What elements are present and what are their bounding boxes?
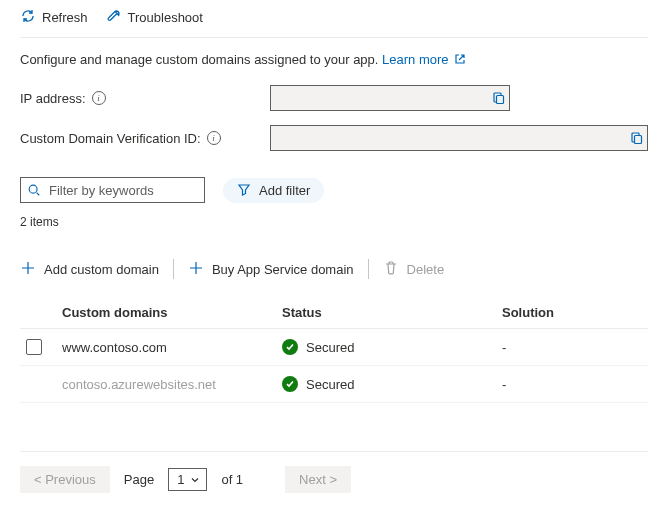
info-icon[interactable]: i	[207, 131, 221, 145]
svg-rect-0	[497, 96, 504, 104]
filter-input[interactable]	[20, 177, 205, 203]
wrench-icon	[106, 8, 122, 27]
item-count: 2 items	[20, 215, 648, 229]
add-custom-domain-button[interactable]: Add custom domain	[20, 260, 159, 279]
learn-more-link[interactable]: Learn more	[382, 52, 466, 67]
delete-button: Delete	[383, 260, 445, 279]
page-label: Page	[124, 472, 154, 487]
page-select[interactable]: 1	[168, 468, 207, 491]
refresh-label: Refresh	[42, 10, 88, 25]
copy-icon[interactable]	[630, 131, 644, 145]
copy-icon[interactable]	[492, 91, 506, 105]
refresh-button[interactable]: Refresh	[20, 8, 88, 27]
intro-text: Configure and manage custom domains assi…	[20, 52, 648, 67]
info-icon[interactable]: i	[92, 91, 106, 105]
refresh-icon	[20, 8, 36, 27]
table-row[interactable]: contoso.azurewebsites.net Secured -	[20, 366, 648, 403]
separator	[368, 259, 369, 279]
plus-icon	[188, 260, 204, 279]
filter-icon	[237, 182, 251, 199]
check-circle-icon	[282, 376, 298, 392]
search-icon	[27, 183, 41, 197]
page-of-label: of 1	[221, 472, 243, 487]
ip-address-field[interactable]	[270, 85, 510, 111]
svg-point-2	[29, 185, 37, 193]
cdv-field[interactable]	[270, 125, 648, 151]
solution-cell: -	[502, 377, 648, 392]
troubleshoot-label: Troubleshoot	[128, 10, 203, 25]
svg-rect-1	[635, 136, 642, 144]
table-row[interactable]: www.contoso.com Secured -	[20, 329, 648, 366]
check-circle-icon	[282, 339, 298, 355]
column-custom-domains[interactable]: Custom domains	[62, 305, 282, 320]
domain-cell: www.contoso.com	[62, 340, 282, 355]
ip-address-label: IP address:	[20, 91, 86, 106]
next-page-button: Next >	[285, 466, 351, 493]
row-checkbox[interactable]	[26, 339, 42, 355]
cdv-label: Custom Domain Verification ID:	[20, 131, 201, 146]
column-solution[interactable]: Solution	[502, 305, 648, 320]
domain-cell: contoso.azurewebsites.net	[62, 377, 282, 392]
external-link-icon	[452, 52, 466, 67]
plus-icon	[20, 260, 36, 279]
status-cell: Secured	[306, 377, 354, 392]
separator	[173, 259, 174, 279]
trash-icon	[383, 260, 399, 279]
buy-app-service-domain-button[interactable]: Buy App Service domain	[188, 260, 354, 279]
solution-cell: -	[502, 340, 648, 355]
troubleshoot-button[interactable]: Troubleshoot	[106, 8, 203, 27]
add-filter-button[interactable]: Add filter	[223, 178, 324, 203]
column-status[interactable]: Status	[282, 305, 502, 320]
status-cell: Secured	[306, 340, 354, 355]
previous-page-button: < Previous	[20, 466, 110, 493]
